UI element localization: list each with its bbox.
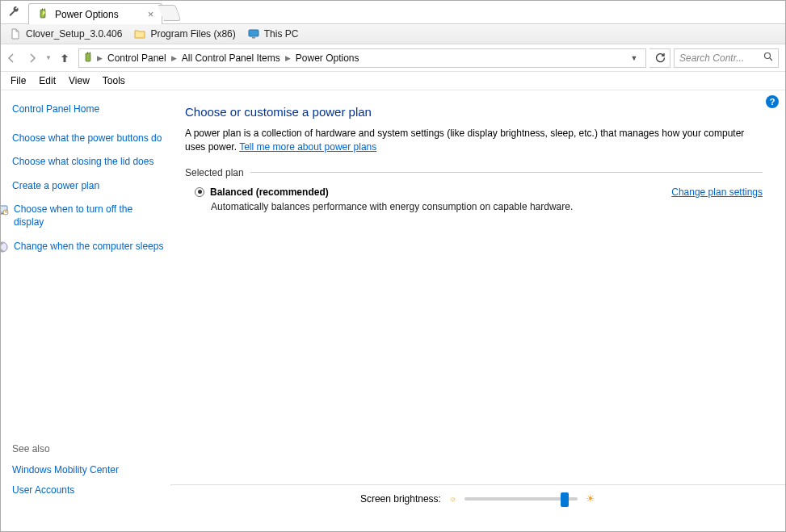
moon-icon [0,241,9,253]
see-also-link[interactable]: User Accounts [12,484,164,497]
change-plan-settings-link[interactable]: Change plan settings [671,186,763,198]
brightness-slider-thumb[interactable] [561,492,569,507]
content-area: ? Control Panel Home Choose what the pow… [1,90,785,512]
svg-rect-10 [87,52,88,53]
chevron-right-icon[interactable]: ▶ [170,54,179,62]
menu-file[interactable]: File [11,75,26,86]
tab-title: Power Options [55,9,119,20]
breadcrumb-item[interactable]: Control Panel [104,52,170,64]
brightness-footer: Screen brightness: ☼ ☀ [170,484,785,512]
page-title: Choose or customise a power plan [185,105,763,119]
bookmark-item[interactable]: Program Files (x86) [133,27,235,40]
power-options-icon [82,52,95,65]
svg-point-12 [765,53,771,59]
navigation-row: ▼ ▶ Control Panel ▶ All Control Panel It… [1,44,785,72]
bookmark-label: Program Files (x86) [150,28,235,40]
sun-bright-icon: ☀ [586,492,595,505]
main-panel: Choose or customise a power plan A power… [170,90,785,512]
menu-view[interactable]: View [69,75,90,86]
bookmark-item[interactable]: This PC [247,27,299,40]
tab-close-icon[interactable]: × [148,9,154,19]
svg-rect-9 [86,53,90,61]
tab-strip: Power Options × [1,1,785,23]
svg-line-13 [770,58,772,61]
sidebar-link[interactable]: Create a power plan [12,180,164,193]
menu-bar: File Edit View Tools [1,72,785,90]
search-placeholder: Search Contr... [679,52,744,64]
sidebar-link[interactable]: Change when the computer sleeps [0,241,164,253]
tab-power-options[interactable]: Power Options × [28,3,162,24]
sidebar: Control Panel Home Choose what the power… [1,90,170,512]
sidebar-link[interactable]: Choose when to turn off the display [0,203,164,228]
see-also-label: See also [12,443,164,455]
monitor-icon [0,203,9,216]
chevron-right-icon[interactable]: ▶ [95,54,104,62]
folder-icon [133,27,146,40]
page-description: A power plan is a collection of hardware… [185,127,763,154]
breadcrumb-item[interactable]: All Control Panel Items [179,52,284,64]
back-button[interactable] [1,48,22,69]
address-dropdown[interactable]: ▼ [626,54,642,62]
breadcrumb-item[interactable]: Power Options [292,52,363,64]
brightness-label: Screen brightness: [360,493,441,505]
sidebar-link[interactable]: Choose what the power buttons do [12,132,164,145]
refresh-button[interactable] [649,48,670,68]
bookmark-label: Clover_Setup_3.0.406 [26,28,122,40]
up-button[interactable] [54,48,75,69]
chevron-right-icon[interactable]: ▶ [284,54,292,62]
bookmarks-bar: Clover_Setup_3.0.406 Program Files (x86)… [1,23,785,44]
search-icon[interactable] [763,52,773,64]
power-options-icon [37,8,50,21]
menu-edit[interactable]: Edit [39,75,56,86]
recent-dropdown[interactable]: ▼ [43,48,54,69]
control-panel-home-link[interactable]: Control Panel Home [12,103,164,116]
plan-description: Automatically balances performance with … [211,201,763,212]
svg-rect-11 [90,52,90,53]
sun-dim-icon: ☼ [449,494,456,503]
svg-rect-7 [249,30,258,36]
menu-tools[interactable]: Tools [103,75,125,86]
bookmark-item[interactable]: Clover_Setup_3.0.406 [9,27,122,40]
svg-rect-6 [44,8,45,10]
svg-rect-5 [42,8,43,10]
file-icon [9,27,22,40]
plan-row: Balanced (recommended) Change plan setti… [185,186,763,198]
selected-plan-header: Selected plan [185,167,763,178]
see-also-link[interactable]: Windows Mobility Center [12,464,164,477]
dev-tools-icon[interactable] [4,2,23,22]
brightness-slider[interactable] [464,497,578,501]
forward-button[interactable] [22,48,43,69]
sidebar-link[interactable]: Choose what closing the lid does [12,156,164,169]
learn-more-link[interactable]: Tell me more about power plans [239,141,376,153]
address-bar[interactable]: ▶ Control Panel ▶ All Control Panel Item… [78,48,646,68]
plan-name: Balanced (recommended) [195,186,329,198]
pc-icon [247,27,260,40]
bookmark-label: This PC [264,28,299,40]
search-input[interactable]: Search Contr... [674,48,779,68]
svg-rect-8 [252,37,255,39]
plan-radio[interactable] [195,187,204,197]
